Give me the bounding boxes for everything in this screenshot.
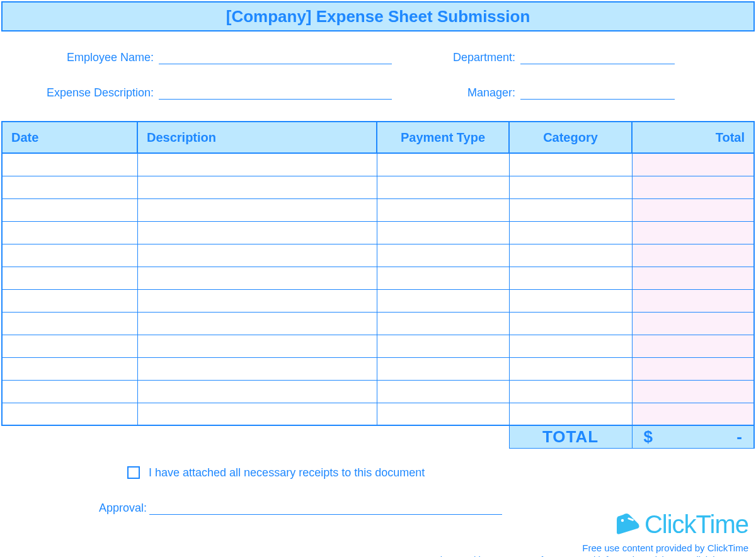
- employee-name-label: Employee Name:: [21, 51, 156, 64]
- cell-category[interactable]: [509, 357, 632, 380]
- cell-total[interactable]: [632, 403, 754, 425]
- brand-logo: ClickTime: [396, 510, 748, 539]
- cell-total[interactable]: [632, 244, 754, 267]
- col-date: Date: [2, 122, 137, 153]
- cell-date[interactable]: [2, 380, 137, 403]
- cell-date[interactable]: [2, 403, 137, 425]
- expense-table: Date Description Payment Type Category T…: [1, 121, 755, 449]
- table-row: [2, 335, 754, 357]
- brand-name: ClickTime: [644, 510, 748, 539]
- cell-total[interactable]: [632, 153, 754, 176]
- cell-payment_type[interactable]: [377, 221, 509, 244]
- cell-payment_type[interactable]: [377, 357, 509, 380]
- department-input[interactable]: [520, 50, 675, 64]
- cell-payment_type[interactable]: [377, 403, 509, 425]
- clicktime-icon: [616, 514, 641, 535]
- cell-description[interactable]: [137, 153, 377, 176]
- cell-total[interactable]: [632, 176, 754, 198]
- cell-category[interactable]: [509, 335, 632, 357]
- cell-description[interactable]: [137, 244, 377, 267]
- cell-date[interactable]: [2, 153, 137, 176]
- col-total: Total: [632, 122, 754, 153]
- table-row: [2, 267, 754, 289]
- cell-date[interactable]: [2, 289, 137, 312]
- approval-label: Approval:: [14, 502, 149, 515]
- svg-point-0: [621, 519, 624, 522]
- cell-description[interactable]: [137, 312, 377, 335]
- cell-description[interactable]: [137, 198, 377, 221]
- cell-payment_type[interactable]: [377, 267, 509, 289]
- cell-total[interactable]: [632, 380, 754, 403]
- cell-description[interactable]: [137, 335, 377, 357]
- grand-total-value: $ -: [632, 425, 754, 448]
- table-row: [2, 357, 754, 380]
- table-row: [2, 244, 754, 267]
- cell-category[interactable]: [509, 312, 632, 335]
- cell-category[interactable]: [509, 153, 632, 176]
- col-category: Category: [509, 122, 632, 153]
- cell-category[interactable]: [509, 267, 632, 289]
- cell-date[interactable]: [2, 312, 137, 335]
- cell-description[interactable]: [137, 380, 377, 403]
- footer: ClickTime Free use content provided by C…: [396, 510, 748, 558]
- cell-description[interactable]: [137, 221, 377, 244]
- cell-payment_type[interactable]: [377, 289, 509, 312]
- cell-payment_type[interactable]: [377, 176, 509, 198]
- cell-category[interactable]: [509, 403, 632, 425]
- cell-payment_type[interactable]: [377, 244, 509, 267]
- cell-payment_type[interactable]: [377, 153, 509, 176]
- manager-input[interactable]: [520, 86, 675, 100]
- table-row: [2, 403, 754, 425]
- grand-total-label: TOTAL: [509, 425, 632, 448]
- cell-category[interactable]: [509, 221, 632, 244]
- cell-total[interactable]: [632, 267, 754, 289]
- cell-description[interactable]: [137, 403, 377, 425]
- cell-description[interactable]: [137, 289, 377, 312]
- cell-date[interactable]: [2, 357, 137, 380]
- receipts-label: I have attached all necessary receipts t…: [149, 466, 425, 479]
- cell-date[interactable]: [2, 221, 137, 244]
- cell-category[interactable]: [509, 380, 632, 403]
- cell-payment_type[interactable]: [377, 312, 509, 335]
- cell-date[interactable]: [2, 176, 137, 198]
- expense-desc-input[interactable]: [159, 86, 392, 100]
- table-row: [2, 221, 754, 244]
- receipts-checkbox[interactable]: [127, 466, 140, 479]
- col-payment: Payment Type: [377, 122, 509, 153]
- employee-name-input[interactable]: [159, 50, 392, 64]
- cell-payment_type[interactable]: [377, 380, 509, 403]
- footer-line-2: For more time tracking resources, featur…: [396, 554, 748, 558]
- cell-total[interactable]: [632, 335, 754, 357]
- page-title: [Company] Expense Sheet Submission: [1, 1, 755, 32]
- cell-total[interactable]: [632, 198, 754, 221]
- department-label: Department:: [442, 51, 518, 64]
- expense-desc-label: Expense Description:: [21, 86, 156, 100]
- cell-payment_type[interactable]: [377, 198, 509, 221]
- header-fields: Employee Name: Department: Expense Descr…: [1, 32, 755, 121]
- cell-date[interactable]: [2, 335, 137, 357]
- cell-date[interactable]: [2, 267, 137, 289]
- cell-date[interactable]: [2, 198, 137, 221]
- footer-line-1: Free use content provided by ClickTime: [396, 543, 748, 553]
- cell-category[interactable]: [509, 176, 632, 198]
- cell-category[interactable]: [509, 289, 632, 312]
- cell-category[interactable]: [509, 198, 632, 221]
- cell-description[interactable]: [137, 267, 377, 289]
- cell-total[interactable]: [632, 357, 754, 380]
- table-row: [2, 312, 754, 335]
- cell-date[interactable]: [2, 244, 137, 267]
- cell-total[interactable]: [632, 221, 754, 244]
- cell-total[interactable]: [632, 312, 754, 335]
- cell-total[interactable]: [632, 289, 754, 312]
- cell-payment_type[interactable]: [377, 335, 509, 357]
- table-row: [2, 198, 754, 221]
- cell-category[interactable]: [509, 244, 632, 267]
- cell-description[interactable]: [137, 357, 377, 380]
- table-row: [2, 289, 754, 312]
- table-row: [2, 153, 754, 176]
- table-row: [2, 380, 754, 403]
- cell-description[interactable]: [137, 176, 377, 198]
- table-row: [2, 176, 754, 198]
- col-description: Description: [137, 122, 377, 153]
- manager-label: Manager:: [442, 86, 518, 100]
